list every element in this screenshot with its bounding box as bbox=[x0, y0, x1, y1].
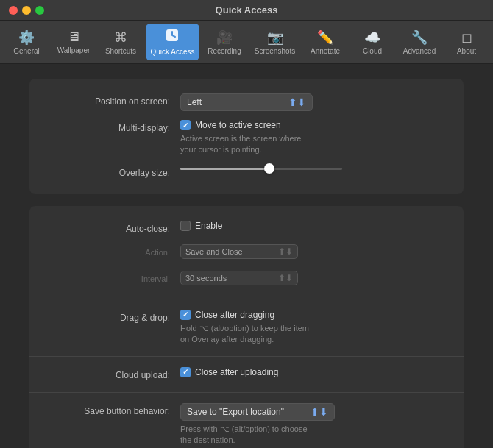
annotate-icon: ✏️ bbox=[317, 29, 333, 46]
toolbar: ⚙️ General 🖥 Wallpaper ⌘ Shortcuts Quick… bbox=[0, 21, 493, 64]
savebtn-dropdown[interactable]: Save to "Export location" ⬆⬇ bbox=[180, 403, 335, 421]
action-dropdown-arrow-icon: ⬆⬇ bbox=[278, 246, 293, 257]
shortcuts-icon: ⌘ bbox=[114, 29, 127, 46]
cloudupload-control: ✓ Close after uploading bbox=[180, 367, 449, 377]
tab-shortcuts[interactable]: ⌘ Shortcuts bbox=[99, 24, 143, 60]
position-label: Position on screen: bbox=[44, 93, 180, 107]
tab-cloud[interactable]: ☁️ Cloud bbox=[350, 24, 394, 60]
dragdrop-control: ✓ Close after dragging Hold ⌥ (alt/optio… bbox=[180, 310, 449, 346]
wallpaper-icon: 🖥 bbox=[67, 29, 80, 45]
autoclose-option-label: Enable bbox=[195, 221, 222, 231]
multidisplay-checkbox-row: ✓ Move to active screen bbox=[180, 120, 449, 130]
section-divider-3 bbox=[29, 392, 464, 393]
about-icon: ◻ bbox=[461, 29, 472, 46]
close-button[interactable] bbox=[9, 6, 18, 15]
behavior-section: Auto-close: Enable Action: Save and Clos… bbox=[29, 206, 464, 448]
window-controls bbox=[9, 6, 44, 15]
position-row: Position on screen: Left ⬆⬇ bbox=[29, 89, 464, 115]
main-content: Position on screen: Left ⬆⬇ Multi-displa… bbox=[0, 64, 493, 448]
tab-about[interactable]: ◻ About bbox=[444, 24, 489, 60]
tab-advanced-label: Advanced bbox=[403, 47, 436, 55]
tab-general[interactable]: ⚙️ General bbox=[4, 24, 49, 60]
section-divider-2 bbox=[29, 356, 464, 357]
window-title: Quick Access bbox=[216, 4, 278, 15]
autoclose-checkbox[interactable] bbox=[180, 221, 191, 231]
cloudupload-option-label: Close after uploading bbox=[195, 367, 278, 377]
cloudupload-row: Cloud upload: ✓ Close after uploading bbox=[29, 363, 464, 386]
autoclose-row: Auto-close: Enable bbox=[29, 216, 464, 240]
tab-shortcuts-label: Shortcuts bbox=[105, 47, 136, 55]
tab-recording-label: Recording bbox=[208, 47, 241, 55]
multidisplay-checkbox[interactable]: ✓ bbox=[180, 120, 191, 130]
tab-quick-access-label: Quick Access bbox=[150, 48, 194, 56]
savebtn-control: Save to "Export location" ⬆⬇ Press with … bbox=[180, 403, 449, 447]
tab-advanced[interactable]: 🔧 Advanced bbox=[397, 24, 441, 60]
action-sub-row: Save and Close ⬆⬇ bbox=[180, 244, 449, 259]
tab-quick-access[interactable]: Quick Access bbox=[146, 24, 199, 60]
tab-screenshots-label: Screenshots bbox=[255, 47, 296, 55]
dragdrop-row: Drag & drop: ✓ Close after dragging Hold… bbox=[29, 305, 464, 350]
savebtn-dropdown-arrow-icon: ⬆⬇ bbox=[311, 406, 328, 418]
interval-row: Interval: 30 seconds ⬆⬇ bbox=[29, 266, 464, 293]
autoclose-control: Enable bbox=[180, 221, 449, 231]
action-control: Save and Close ⬆⬇ bbox=[180, 244, 449, 262]
dropdown-arrow-icon: ⬆⬇ bbox=[288, 96, 306, 108]
savebtn-hint: Press with ⌥ (alt/option) to choosethe d… bbox=[180, 424, 449, 447]
cloudupload-checkbox[interactable]: ✓ bbox=[180, 367, 191, 377]
minimize-button[interactable] bbox=[22, 6, 31, 15]
slider-track bbox=[180, 168, 342, 170]
checkmark-icon: ✓ bbox=[182, 121, 188, 129]
tab-screenshots[interactable]: 📷 Screenshots bbox=[249, 24, 300, 60]
overlay-size-label: Overlay size: bbox=[44, 165, 180, 178]
multidisplay-hint: Active screen is the screen whereyour cu… bbox=[180, 133, 449, 156]
action-value: Save and Close bbox=[185, 247, 243, 256]
action-dropdown[interactable]: Save and Close ⬆⬇ bbox=[180, 244, 298, 259]
tab-annotate-label: Annotate bbox=[311, 47, 340, 55]
interval-control: 30 seconds ⬆⬇ bbox=[180, 271, 449, 288]
cloudupload-checkbox-row: ✓ Close after uploading bbox=[180, 367, 449, 377]
savebtn-value: Save to "Export location" bbox=[187, 407, 284, 417]
general-icon: ⚙️ bbox=[18, 29, 35, 46]
multidisplay-label: Multi-display: bbox=[44, 120, 180, 133]
checkmark-icon-3: ✓ bbox=[182, 368, 188, 376]
autoclose-label: Auto-close: bbox=[44, 221, 180, 234]
dragdrop-hint: Hold ⌥ (alt/option) to keep the itemon O… bbox=[180, 323, 449, 346]
savebtn-label: Save button behavior: bbox=[44, 403, 180, 416]
slider-filled bbox=[180, 168, 269, 170]
position-dropdown[interactable]: Left ⬆⬇ bbox=[180, 93, 313, 111]
tab-annotate[interactable]: ✏️ Annotate bbox=[303, 24, 347, 60]
cloudupload-label: Cloud upload: bbox=[44, 367, 180, 380]
slider-thumb[interactable] bbox=[264, 163, 274, 174]
cloud-icon: ☁️ bbox=[364, 29, 380, 46]
interval-dropdown-arrow-icon: ⬆⬇ bbox=[278, 273, 293, 283]
multidisplay-option-label: Move to active screen bbox=[195, 120, 281, 130]
checkmark-icon-2: ✓ bbox=[182, 310, 188, 319]
dragdrop-checkbox-row: ✓ Close after dragging bbox=[180, 310, 449, 320]
multidisplay-control: ✓ Move to active screen Active screen is… bbox=[180, 120, 449, 156]
overlay-size-slider[interactable] bbox=[180, 165, 342, 170]
display-section: Position on screen: Left ⬆⬇ Multi-displa… bbox=[29, 79, 464, 194]
overlay-size-row: Overlay size: bbox=[29, 160, 464, 184]
action-label: Action: bbox=[44, 244, 180, 257]
dragdrop-checkbox[interactable]: ✓ bbox=[180, 310, 191, 320]
recording-icon: 🎥 bbox=[216, 29, 233, 46]
multidisplay-row: Multi-display: ✓ Move to active screen A… bbox=[29, 115, 464, 160]
interval-value: 30 seconds bbox=[185, 274, 227, 282]
quick-access-icon bbox=[165, 28, 180, 46]
position-control: Left ⬆⬇ bbox=[180, 93, 449, 111]
tab-wallpaper-label: Wallpaper bbox=[57, 46, 91, 54]
advanced-icon: 🔧 bbox=[411, 29, 428, 46]
savebtn-row: Save button behavior: Save to "Export lo… bbox=[29, 399, 464, 448]
dragdrop-option-label: Close after dragging bbox=[195, 310, 274, 320]
tab-about-label: About bbox=[457, 47, 476, 55]
interval-label: Interval: bbox=[44, 271, 180, 284]
tab-recording[interactable]: 🎥 Recording bbox=[202, 24, 246, 60]
action-row: Action: Save and Close ⬆⬇ bbox=[29, 240, 464, 266]
autoclose-checkbox-row: Enable bbox=[180, 221, 449, 231]
tab-wallpaper[interactable]: 🖥 Wallpaper bbox=[52, 24, 96, 60]
section-divider-1 bbox=[29, 299, 464, 299]
tab-general-label: General bbox=[13, 47, 40, 55]
maximize-button[interactable] bbox=[35, 6, 44, 15]
interval-dropdown[interactable]: 30 seconds ⬆⬇ bbox=[180, 271, 298, 285]
position-value: Left bbox=[187, 97, 202, 107]
